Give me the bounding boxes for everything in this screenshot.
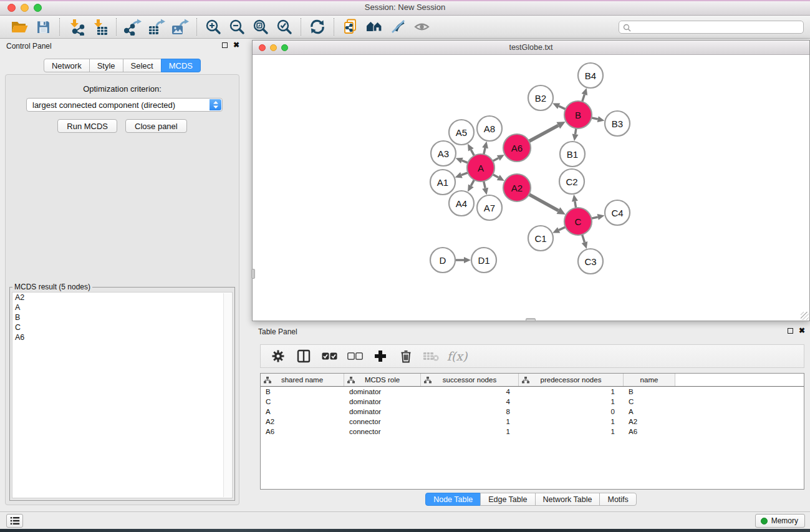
table-cell[interactable]: 1 — [421, 417, 519, 427]
task-history-list-icon[interactable] — [6, 514, 23, 528]
graph-node-D1[interactable]: D1 — [471, 248, 496, 273]
graph-node-B[interactable]: B — [564, 101, 592, 128]
table-cell[interactable]: dominator — [344, 397, 421, 407]
graph-node-B4[interactable]: B4 — [578, 63, 603, 88]
optimization-criterion-dropdown[interactable]: largest connected component (directed) — [26, 98, 223, 112]
float-panel-icon[interactable] — [222, 42, 228, 48]
table-cell[interactable]: A — [624, 407, 675, 417]
table-cell[interactable]: 4 — [421, 387, 519, 397]
export-table-icon[interactable] — [145, 17, 168, 37]
tab-style[interactable]: Style — [89, 59, 123, 72]
show-columns-icon[interactable] — [294, 347, 314, 365]
hide-graphics-details-icon[interactable] — [386, 17, 410, 37]
tab-network-table[interactable]: Network Table — [535, 493, 600, 506]
graph-node-B3[interactable]: B3 — [605, 111, 630, 136]
table-cell[interactable]: 1 — [421, 427, 519, 437]
table-row[interactable]: A6connector11A6 — [261, 427, 804, 437]
graph-node-C[interactable]: C — [564, 208, 592, 235]
zoom-selected-icon[interactable] — [272, 17, 296, 37]
table-cell[interactable]: A — [261, 407, 344, 417]
zoom-fit-icon[interactable] — [249, 17, 272, 37]
result-scrollbar-track[interactable] — [223, 293, 231, 497]
table-row[interactable]: Adominator80A — [261, 407, 804, 417]
tab-mcds[interactable]: MCDS — [161, 59, 201, 72]
memory-button[interactable]: Memory — [755, 514, 805, 528]
delete-column-trash-icon[interactable] — [396, 347, 416, 365]
table-cell[interactable]: B — [624, 387, 675, 397]
table-cell[interactable]: C — [261, 397, 344, 407]
table-cell[interactable]: 1 — [519, 397, 624, 407]
tab-motifs[interactable]: Motifs — [599, 493, 636, 506]
mcds-result-item[interactable]: B — [12, 312, 232, 322]
column-header-shared-name[interactable]: shared name — [261, 374, 344, 386]
deselect-all-rows-icon[interactable] — [345, 347, 365, 365]
search-input[interactable] — [619, 21, 804, 34]
table-cell[interactable]: B — [261, 387, 344, 397]
graph-node-A7[interactable]: A7 — [477, 195, 502, 220]
close-panel-button[interactable]: Close panel — [125, 119, 187, 133]
bottom-splitter-nub[interactable] — [526, 318, 536, 322]
tab-node-table[interactable]: Node Table — [425, 493, 481, 506]
tab-edge-table[interactable]: Edge Table — [480, 493, 535, 506]
table-cell[interactable]: A2 — [261, 417, 344, 427]
graph-node-A4[interactable]: A4 — [449, 191, 474, 216]
create-column-plus-icon[interactable] — [370, 347, 390, 365]
graph-node-A[interactable]: A — [467, 154, 494, 181]
graph-node-A6[interactable]: A6 — [503, 134, 531, 162]
table-cell[interactable]: connector — [344, 427, 421, 437]
graph-node-A2[interactable]: A2 — [503, 174, 531, 201]
run-mcds-button[interactable]: Run MCDS — [57, 119, 117, 133]
refresh-layout-icon[interactable] — [306, 17, 329, 37]
graph-node-A8[interactable]: A8 — [477, 116, 502, 141]
window-resize-grip[interactable] — [801, 312, 809, 320]
tab-select[interactable]: Select — [123, 59, 162, 72]
table-cell[interactable]: dominator — [344, 387, 421, 397]
graph-node-A5[interactable]: A5 — [449, 120, 474, 145]
graph-node-B1[interactable]: B1 — [560, 142, 585, 167]
graph-edge-A6-B[interactable] — [528, 125, 559, 142]
column-header-successor-nodes[interactable]: successor nodes — [421, 374, 519, 386]
graph-node-C4[interactable]: C4 — [605, 200, 630, 225]
show-graphics-details-eye-icon[interactable] — [410, 17, 433, 37]
graph-node-A3[interactable]: A3 — [431, 141, 456, 166]
tab-network[interactable]: Network — [44, 59, 90, 72]
new-network-from-selection-icon[interactable] — [339, 17, 362, 37]
import-table-icon[interactable] — [88, 17, 112, 37]
table-settings-gear-icon[interactable] — [268, 347, 288, 365]
table-cell[interactable]: A2 — [624, 417, 675, 427]
graph-node-C1[interactable]: C1 — [528, 226, 553, 251]
table-row[interactable]: A2connector11A2 — [261, 417, 804, 427]
table-cell[interactable]: 0 — [519, 407, 624, 417]
table-cell[interactable]: connector — [344, 417, 421, 427]
export-image-icon[interactable] — [168, 17, 192, 37]
close-panel-icon[interactable]: ✖ — [799, 327, 805, 334]
save-session-icon[interactable] — [31, 17, 55, 37]
table-cell[interactable]: 8 — [421, 407, 519, 417]
close-panel-icon[interactable]: ✖ — [233, 42, 239, 48]
column-header-name[interactable]: name — [624, 374, 675, 386]
table-cell[interactable]: 4 — [421, 397, 519, 407]
table-cell[interactable]: dominator — [344, 407, 421, 417]
select-all-rows-icon[interactable] — [319, 347, 339, 365]
mcds-result-item[interactable]: A6 — [12, 332, 232, 342]
first-neighbors-houses-icon[interactable] — [362, 17, 386, 37]
float-panel-icon[interactable] — [788, 328, 793, 334]
open-session-icon[interactable] — [7, 17, 31, 37]
graph-node-A1[interactable]: A1 — [430, 170, 455, 195]
export-network-icon[interactable] — [121, 17, 145, 37]
import-network-icon[interactable] — [64, 17, 88, 37]
table-cell[interactable]: A6 — [261, 427, 344, 437]
column-header-MCDS-role[interactable]: MCDS role — [344, 374, 421, 386]
zoom-out-icon[interactable] — [225, 17, 249, 37]
mcds-result-item[interactable]: A2 — [12, 293, 232, 302]
zoom-in-icon[interactable] — [201, 17, 225, 37]
table-row[interactable]: Bdominator41B — [261, 387, 804, 397]
graph-node-B2[interactable]: B2 — [528, 85, 553, 110]
mcds-result-item[interactable]: C — [12, 322, 232, 332]
table-cell[interactable]: 1 — [519, 387, 624, 397]
graph-node-C2[interactable]: C2 — [559, 169, 584, 194]
column-header-predecessor-nodes[interactable]: predecessor nodes — [519, 374, 624, 386]
table-cell[interactable]: A6 — [624, 427, 675, 437]
table-cell[interactable]: 1 — [519, 427, 624, 437]
network-canvas[interactable]: B4B2BB3A8A5A6A3B1AA1C2A2A4A7C4CC1C3DD1 — [253, 55, 809, 321]
